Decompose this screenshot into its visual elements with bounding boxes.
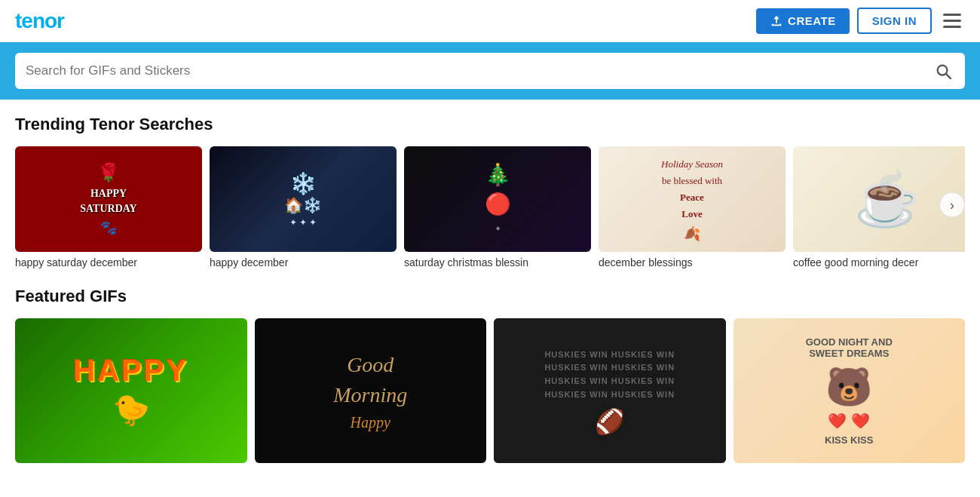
trending-next-button[interactable]: ›: [939, 192, 965, 218]
main-content: Trending Tenor Searches 🌹 HappySaturday …: [0, 100, 980, 463]
trending-label: coffee good morning decer: [793, 256, 965, 268]
search-input[interactable]: [26, 53, 932, 89]
trending-label: saturday christmas blessin: [404, 256, 591, 268]
trending-item[interactable]: Holiday Season be blessed with Peace Lov…: [599, 146, 786, 268]
trending-title: Trending Tenor Searches: [15, 115, 965, 134]
trending-label: happy december: [210, 256, 397, 268]
search-button[interactable]: [932, 60, 954, 82]
header: tenor CREATE SIGN IN: [0, 0, 980, 42]
featured-item[interactable]: HUSKIES WIN HUSKIES WIN HUSKIES WIN HUSK…: [494, 318, 726, 463]
featured-item[interactable]: HAPPY 🐤: [15, 318, 247, 463]
featured-item[interactable]: GOOD NIGHT ANDSWEET DREAMS 🐻 ❤️ ❤️ KISS …: [733, 318, 966, 463]
signin-button[interactable]: SIGN IN: [857, 8, 932, 34]
create-button[interactable]: CREATE: [756, 8, 850, 34]
trending-item[interactable]: 🌹 HappySaturday 🐾 happy saturday decembe…: [15, 146, 202, 268]
trending-item[interactable]: 🎄 🔴 ✦ saturday christmas blessin: [404, 146, 591, 268]
upload-icon: [770, 14, 783, 28]
logo[interactable]: tenor: [15, 9, 64, 33]
trending-grid: 🌹 HappySaturday 🐾 happy saturday decembe…: [15, 146, 965, 268]
trending-item[interactable]: ❄️ 🏠❄️ ✦ ✦ ✦ happy december: [210, 146, 397, 268]
search-icon: [935, 63, 951, 79]
menu-line: [943, 14, 961, 16]
svg-line-1: [947, 75, 951, 79]
svg-point-0: [938, 66, 948, 75]
search-bar-section: [0, 42, 980, 100]
search-bar-inner: [15, 53, 965, 89]
trending-section: Trending Tenor Searches 🌹 HappySaturday …: [15, 115, 965, 268]
menu-line: [943, 26, 961, 28]
header-right: CREATE SIGN IN: [756, 8, 965, 34]
featured-section: Featured GIFs HAPPY 🐤 GoodMorning Happy: [15, 287, 965, 463]
trending-label: december blessings: [599, 256, 786, 268]
featured-item[interactable]: GoodMorning Happy: [255, 318, 487, 463]
hamburger-menu-button[interactable]: [939, 10, 965, 32]
menu-line: [943, 20, 961, 22]
trending-label: happy saturday december: [15, 256, 202, 268]
featured-title: Featured GIFs: [15, 287, 965, 306]
featured-grid: HAPPY 🐤 GoodMorning Happy: [15, 318, 965, 463]
